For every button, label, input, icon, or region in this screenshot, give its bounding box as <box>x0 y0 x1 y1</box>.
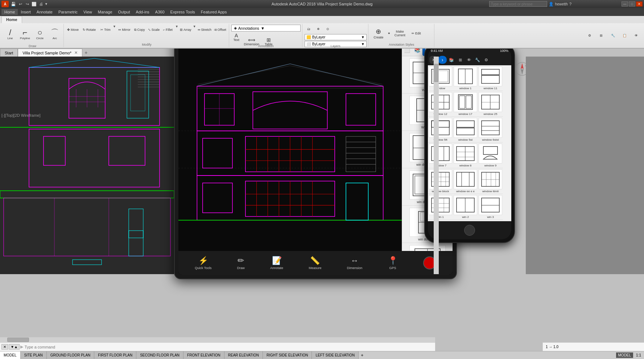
model-tab-front-elevation[interactable]: FRONT ELEVATION <box>183 351 224 359</box>
horizontal-scrollbar[interactable] <box>0 337 435 342</box>
file-tab-close[interactable]: ✕ <box>74 50 78 55</box>
move-tool[interactable]: ✤Move <box>66 25 80 35</box>
layer-freeze-btn[interactable]: ❄ <box>314 25 323 33</box>
search-input[interactable] <box>489 1 547 7</box>
phone-item-windowblock[interactable]: window block <box>428 168 453 194</box>
phone-item-window8[interactable]: window 8 <box>453 143 478 168</box>
modify-dropdown[interactable]: ▼ <box>113 25 116 42</box>
panel-item-windowwo[interactable]: win dow wo <box>402 243 453 251</box>
model-tab-second-floor[interactable]: SECOND FLOOR PLAN <box>136 351 183 359</box>
undo-btn[interactable]: ↩ <box>17 1 24 7</box>
tab-home[interactable]: Home <box>1 16 22 23</box>
phone-item-win3[interactable]: win 3 <box>478 194 503 220</box>
add-layout-btn[interactable]: + <box>359 351 366 359</box>
phone-item-win1[interactable]: win 1 <box>428 194 453 220</box>
save-btn[interactable]: 💾 <box>10 1 17 7</box>
ipad-gps-btn[interactable]: 📍 GPS <box>388 256 398 270</box>
rotate-tool[interactable]: ↻Rotate <box>80 25 98 35</box>
phone-item-window17[interactable]: window 17 <box>453 91 478 117</box>
cmd-close-btn[interactable]: ✕ <box>1 344 8 350</box>
utilities-btn[interactable]: 🔧 <box>608 30 618 41</box>
fillet-tool[interactable]: ⌐Fillet <box>161 25 175 35</box>
add-tab-btn[interactable]: + <box>82 49 90 57</box>
model-tab-model[interactable]: MODEL <box>0 351 21 359</box>
ipad-drawing-area[interactable] <box>178 44 402 251</box>
cad-drawing-area[interactable] <box>0 57 174 274</box>
model-tab-site-plan[interactable]: SITE PLAN <box>21 351 47 359</box>
close-btn[interactable]: ✕ <box>636 1 643 7</box>
vertical-scrollbar[interactable] <box>434 57 439 274</box>
maximize-btn[interactable]: □ <box>629 1 635 7</box>
mirror-tool[interactable]: ⇔Mirror <box>116 25 132 35</box>
groups-btn[interactable]: ⊞ <box>596 30 606 41</box>
start-tab[interactable]: Start <box>0 49 18 57</box>
dimension-tool[interactable]: ⟺ Dimension <box>242 32 261 51</box>
phone-active-btn[interactable]: › <box>438 56 447 64</box>
fillet-dropdown[interactable]: ▼ <box>175 25 178 42</box>
phone-item-window11[interactable]: window 11 <box>478 65 503 91</box>
ipad-measure-btn[interactable]: 📏 Measure <box>309 256 321 270</box>
model-tab-right-side[interactable]: RIGHT SIDE ELEVATION <box>263 351 312 359</box>
offset-tool[interactable]: ⇉Offset <box>213 25 227 35</box>
phone-view-btn[interactable]: 👁 <box>465 56 473 64</box>
layer-properties-btn[interactable]: 🗂 <box>305 25 313 33</box>
menu-item-annotate[interactable]: Annotate <box>34 9 55 15</box>
model-tab-ground-floor[interactable]: GROUND FLOOR PLAN <box>47 351 95 359</box>
phone-item-window6stst[interactable]: window 6stst <box>478 117 503 143</box>
phone-gear-btn[interactable]: ⚙ <box>482 56 490 64</box>
phone-item-window12[interactable]: window 12 <box>428 91 453 117</box>
menu-item-insert[interactable]: Insert <box>18 9 34 15</box>
ipad-dimension-btn[interactable]: ↔ Dimension <box>347 256 363 270</box>
table-tool[interactable]: ⊞ Table <box>262 32 276 51</box>
phone-layers-btn[interactable]: 📚 <box>447 56 455 64</box>
menu-item-view[interactable]: View <box>80 9 95 15</box>
stretch-tool[interactable]: ⇔Stretch <box>197 25 212 35</box>
model-tab-rear-elevation[interactable]: REAR ELEVATION <box>224 351 263 359</box>
print-btn[interactable]: 🖨 <box>38 1 44 7</box>
dropdown-arrow[interactable]: ▼ <box>45 2 48 6</box>
phone-item-windoweeee[interactable]: window ee e e <box>453 168 478 194</box>
view-btn[interactable]: 👁 <box>631 30 641 41</box>
clipboard-btn[interactable]: 📋 <box>619 30 629 41</box>
menu-item-home[interactable]: Home <box>1 9 18 15</box>
make-current-btn[interactable]: ✦Make Current <box>387 30 409 37</box>
model-tab-first-floor[interactable]: FIRST FLOOR PLAN <box>94 351 136 359</box>
polyline-tool[interactable]: ⌐ Polyline <box>18 25 32 44</box>
phone-item-window9[interactable]: window 9 <box>478 143 503 168</box>
ipad-draw-btn[interactable]: ✏ Draw <box>237 256 245 270</box>
circle-tool[interactable]: ○ Circle <box>33 25 47 44</box>
command-input[interactable] <box>25 345 434 349</box>
phone-item-window5st[interactable]: window 5st <box>453 117 478 143</box>
array-dropdown[interactable]: ▼ <box>193 25 196 42</box>
menu-item-featured[interactable]: Featured Apps <box>198 9 230 15</box>
array-tool[interactable]: ⊞Array <box>179 25 193 35</box>
model-tab-left-side[interactable]: LEFT SIDE ELEVATION <box>312 351 359 359</box>
trim-tool[interactable]: ✂Trim <box>99 25 112 35</box>
properties-btn[interactable]: ⚙ <box>585 30 595 41</box>
phone-blocks-btn[interactable]: ⊞ <box>456 56 464 64</box>
menu-item-parametric[interactable]: Parametric <box>55 9 80 15</box>
phone-item-window25[interactable]: window 25 <box>478 91 503 117</box>
phone-item-window1[interactable]: window 1 <box>453 65 478 91</box>
arc-tool[interactable]: ⌒ Arc <box>48 25 62 44</box>
ipad-quick-tools-btn[interactable]: ⚡ Quick Tools <box>195 256 211 270</box>
layer-match-btn[interactable]: ⊙ <box>323 25 332 33</box>
line-tool[interactable]: / Line <box>3 25 17 44</box>
menu-item-express[interactable]: Express Tools <box>168 9 198 15</box>
create-btn[interactable]: ⊕ Create <box>371 25 387 42</box>
annotation-dropdown[interactable]: ◈ Annotations ▼ <box>231 25 301 32</box>
menu-item-addins[interactable]: Add-ins <box>133 9 152 15</box>
cad-viewport[interactable]: [-][Top][2D Wireframe] <box>0 57 174 274</box>
minimize-btn[interactable]: — <box>622 1 628 7</box>
layer-dropdown[interactable]: 🟨 ByLayer ▼ <box>305 34 367 40</box>
scale-tool[interactable]: ⤡Scale <box>147 25 161 35</box>
phone-item-window[interactable]: window <box>428 65 453 91</box>
text-tool[interactable]: A Text <box>231 32 242 42</box>
edit-btn[interactable]: ✏Edit <box>410 30 423 37</box>
file-tab-villa[interactable]: Villa Project Sample Demo* ✕ <box>18 49 82 57</box>
phone-item-window7[interactable]: window 7 <box>428 143 453 168</box>
redo-btn[interactable]: ↪ <box>24 1 30 7</box>
menu-item-manage[interactable]: Manage <box>95 9 115 15</box>
phone-home-btn[interactable] <box>464 225 475 236</box>
phone-settings-btn[interactable]: 🔧 <box>474 56 482 64</box>
